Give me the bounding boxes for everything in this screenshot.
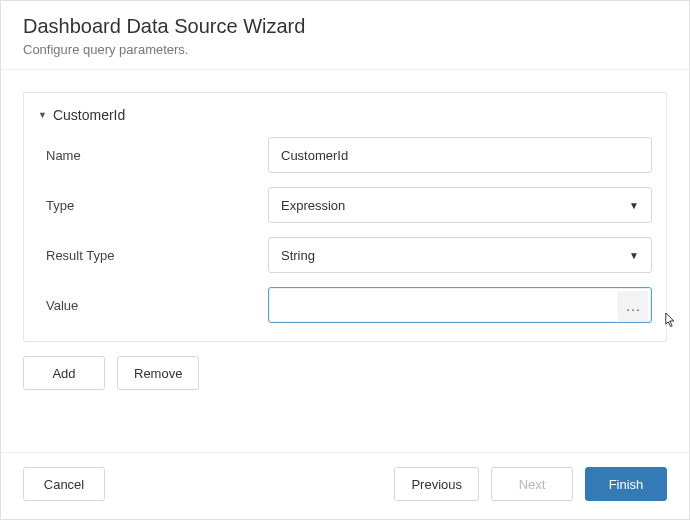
collapse-icon: ▼ — [38, 110, 47, 120]
wizard-title: Dashboard Data Source Wizard — [23, 15, 667, 38]
value-ellipsis-button[interactable]: ... — [618, 291, 648, 321]
chevron-down-icon: ▼ — [629, 200, 639, 211]
panel-actions: Add Remove — [23, 356, 667, 390]
parameter-panel-title: CustomerId — [53, 107, 125, 123]
name-input-text: CustomerId — [281, 148, 348, 163]
row-result-type: Result Type String ▼ — [38, 237, 652, 273]
label-type: Type — [38, 198, 268, 213]
label-name: Name — [38, 148, 268, 163]
wizard-footer: Cancel Previous Next Finish — [1, 452, 689, 519]
add-button[interactable]: Add — [23, 356, 105, 390]
row-value: Value ... — [38, 287, 652, 323]
parameter-panel-header[interactable]: ▼ CustomerId — [38, 107, 652, 123]
remove-button[interactable]: Remove — [117, 356, 199, 390]
result-type-select[interactable]: String ▼ — [268, 237, 652, 273]
result-type-select-value: String — [281, 248, 315, 263]
label-value: Value — [38, 298, 268, 313]
chevron-down-icon: ▼ — [629, 250, 639, 261]
row-name: Name CustomerId — [38, 137, 652, 173]
row-type: Type Expression ▼ — [38, 187, 652, 223]
type-select-value: Expression — [281, 198, 345, 213]
value-input[interactable]: ... — [268, 287, 652, 323]
name-input[interactable]: CustomerId — [268, 137, 652, 173]
parameter-panel: ▼ CustomerId Name CustomerId Type Expres… — [23, 92, 667, 342]
label-result-type: Result Type — [38, 248, 268, 263]
wizard-subtitle: Configure query parameters. — [23, 42, 667, 57]
wizard-body: ▼ CustomerId Name CustomerId Type Expres… — [1, 70, 689, 390]
wizard-header: Dashboard Data Source Wizard Configure q… — [1, 1, 689, 70]
finish-button[interactable]: Finish — [585, 467, 667, 501]
type-select[interactable]: Expression ▼ — [268, 187, 652, 223]
next-button: Next — [491, 467, 573, 501]
cancel-button[interactable]: Cancel — [23, 467, 105, 501]
previous-button[interactable]: Previous — [394, 467, 479, 501]
wizard-window: Dashboard Data Source Wizard Configure q… — [0, 0, 690, 520]
